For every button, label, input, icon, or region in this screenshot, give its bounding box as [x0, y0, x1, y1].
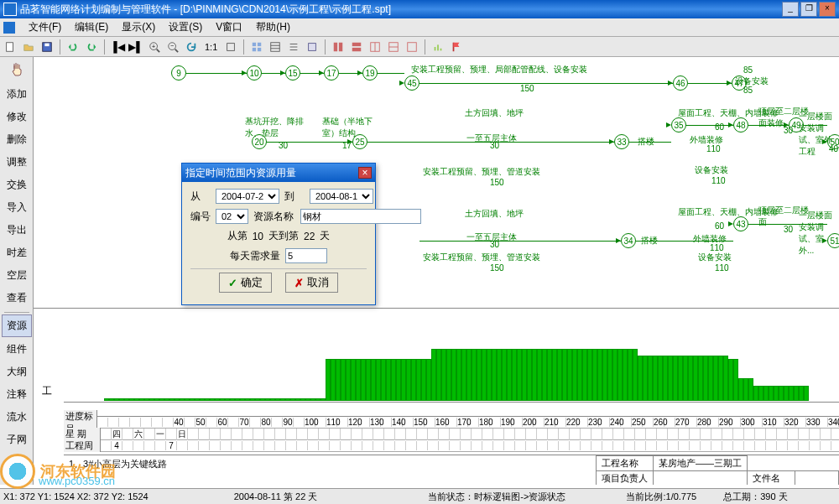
- range-d2: 22: [304, 231, 315, 242]
- chart-button[interactable]: [430, 39, 446, 55]
- node-33[interactable]: 33: [614, 134, 629, 149]
- status-mode: 当前状态：时标逻辑图->资源状态: [428, 491, 565, 503]
- code-dropdown[interactable]: 02: [216, 209, 248, 224]
- window-title: 品茗智能网络计划编制与管理软件 - [D:\PINMING\CDN2014\示例…: [20, 3, 780, 17]
- footer-area: 1、3#小高层为关键线路 工程名称某房地产——三期工项目负责人文件名绘图人总工期…: [64, 455, 839, 485]
- ok-button[interactable]: ✓确定: [219, 273, 272, 293]
- svg-line-4: [157, 49, 160, 52]
- view2-button[interactable]: [348, 39, 365, 55]
- node-15[interactable]: 15: [285, 65, 300, 81]
- watermark: 河东软件园: [0, 454, 116, 489]
- edge-label: 110: [711, 176, 726, 185]
- minimize-button[interactable]: _: [782, 2, 799, 17]
- node-17[interactable]: 17: [324, 65, 339, 81]
- node-19[interactable]: 19: [362, 65, 378, 81]
- svg-text:−: −: [170, 42, 174, 48]
- menu-display[interactable]: 显示(X): [115, 18, 162, 36]
- critical-path-note: 1、3#小高层为关键线路: [64, 455, 596, 485]
- edge-label: 安装工程预留、预埋、局部配管配线、设备安装: [411, 64, 587, 75]
- sidebar-import[interactable]: 导入: [2, 197, 32, 218]
- node-35[interactable]: 35: [671, 117, 686, 132]
- last-button[interactable]: ▶▌: [128, 39, 144, 55]
- table-button[interactable]: [267, 39, 284, 55]
- undo-button[interactable]: [65, 39, 81, 55]
- menu-file[interactable]: 文件(F): [22, 18, 68, 36]
- flag-button[interactable]: [448, 39, 465, 55]
- edge-label: 土方回填、地坪: [465, 107, 524, 119]
- sidebar-resource[interactable]: 资源: [2, 314, 32, 337]
- maximize-button[interactable]: ❐: [800, 2, 817, 17]
- grid-button[interactable]: [248, 39, 265, 55]
- sidebar-notes[interactable]: 注释: [2, 384, 32, 405]
- status-scale: 当前比例:1/0.775: [626, 491, 696, 503]
- node-48[interactable]: 48: [733, 117, 748, 132]
- close-button[interactable]: ×: [819, 2, 836, 17]
- dialog-titlebar[interactable]: 指定时间范围内资源用量 ×: [182, 164, 375, 182]
- check-icon: ✓: [228, 277, 237, 289]
- sidebar-layer[interactable]: 空层: [2, 265, 32, 286]
- view5-button[interactable]: [404, 39, 420, 55]
- edge-label: 150: [520, 84, 534, 93]
- redo-button[interactable]: [83, 39, 100, 55]
- sidebar-swap[interactable]: 交换: [2, 174, 32, 195]
- view3-button[interactable]: [367, 39, 383, 55]
- node-46[interactable]: 46: [673, 75, 688, 91]
- resname-input[interactable]: [300, 209, 421, 224]
- view1-button[interactable]: [330, 39, 347, 55]
- dialog-close-button[interactable]: ×: [358, 167, 372, 179]
- menu-settings[interactable]: 设置(S): [162, 18, 209, 36]
- menu-edit[interactable]: 编辑(E): [68, 18, 115, 36]
- watermark-logo-icon: [0, 454, 35, 489]
- svg-rect-13: [258, 47, 261, 50]
- sidebar-component[interactable]: 组件: [2, 339, 32, 360]
- node-9[interactable]: 9: [171, 65, 186, 81]
- x-icon: ✗: [294, 277, 304, 289]
- new-file-button[interactable]: [2, 39, 18, 55]
- canvas-area[interactable]: 91015171945464720253335484950344351安装工程预…: [34, 57, 839, 485]
- info-cell: 某房地产——三期工: [654, 456, 748, 471]
- edge-label: 85: [743, 86, 753, 95]
- node-34[interactable]: 34: [621, 233, 636, 248]
- sidebar-adjust[interactable]: 调整: [2, 152, 32, 173]
- sidebar-add[interactable]: 添加: [2, 84, 32, 105]
- open-file-button[interactable]: [20, 39, 37, 55]
- save-button[interactable]: [39, 39, 55, 55]
- sidebar-flow[interactable]: 流水: [2, 407, 32, 428]
- svg-rect-12: [253, 47, 256, 50]
- zoom-in-button[interactable]: +: [146, 39, 163, 55]
- daily-demand-input[interactable]: [285, 248, 327, 263]
- node-45[interactable]: 45: [404, 75, 420, 91]
- from-date-dropdown[interactable]: 2004-07-29: [216, 189, 279, 204]
- sidebar-float[interactable]: 时差: [2, 242, 32, 263]
- view4-button[interactable]: [385, 39, 402, 55]
- sidebar-subnet[interactable]: 子网: [2, 429, 32, 450]
- menu-help[interactable]: 帮助(H): [249, 18, 297, 36]
- info-cell: [654, 471, 748, 486]
- timeline: 进度标尺405060708090100110120130140150160170…: [64, 416, 839, 455]
- refresh-button[interactable]: [183, 39, 200, 55]
- toolbar: ▐◀ ▶▌ + − 1:1: [0, 37, 839, 57]
- preview-button[interactable]: [304, 39, 320, 55]
- daily-label: 每天需求量: [230, 249, 280, 263]
- sidebar-view[interactable]: 查看: [2, 288, 32, 309]
- sidebar-modify[interactable]: 修改: [2, 107, 32, 127]
- edge-label: 安装工程预留、预埋、管道安装: [423, 252, 540, 263]
- fit-button[interactable]: [222, 39, 239, 55]
- first-button[interactable]: ▐◀: [109, 39, 126, 55]
- list-button[interactable]: [285, 39, 302, 55]
- cancel-button[interactable]: ✗取消: [285, 273, 338, 293]
- hand-tool-icon[interactable]: [9, 62, 24, 77]
- window-titlebar: 品茗智能网络计划编制与管理软件 - [D:\PINMING\CDN2014\示例…: [0, 0, 839, 18]
- menu-window[interactable]: V窗口: [209, 18, 249, 36]
- to-date-dropdown[interactable]: 2004-08-10: [310, 189, 373, 204]
- zoom-out-button[interactable]: −: [164, 39, 181, 55]
- node-43[interactable]: 43: [733, 216, 748, 231]
- dialog-title: 指定时间范围内资源用量: [185, 166, 296, 180]
- network-diagram[interactable]: 91015171945464720253335484950344351安装工程预…: [34, 57, 839, 309]
- sidebar-export[interactable]: 导出: [2, 220, 32, 241]
- sidebar-delete[interactable]: 删除: [2, 129, 32, 150]
- svg-line-7: [175, 49, 179, 52]
- sidebar-outline[interactable]: 大纲: [2, 361, 32, 382]
- resource-histogram: [64, 347, 839, 414]
- node-10[interactable]: 10: [247, 65, 262, 81]
